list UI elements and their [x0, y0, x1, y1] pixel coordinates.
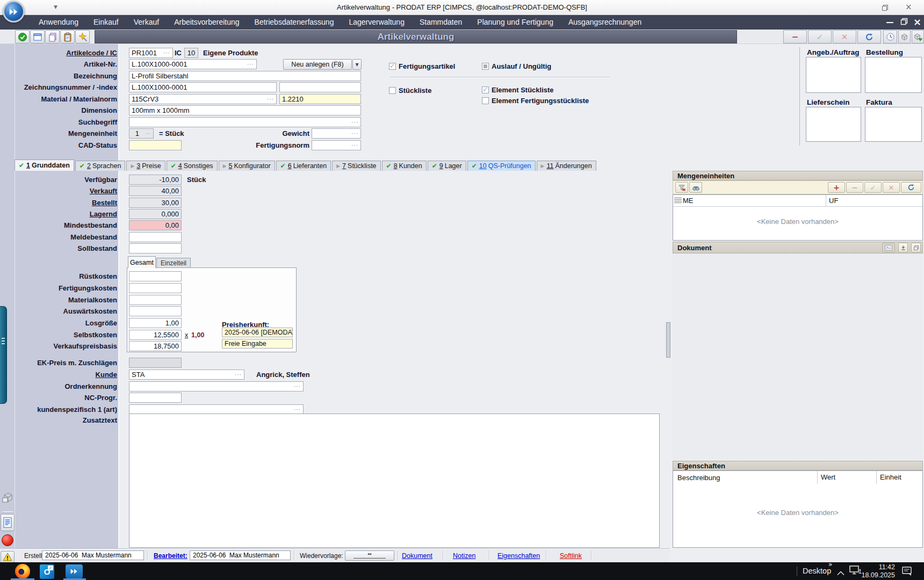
- col-uf[interactable]: UF: [826, 195, 922, 207]
- parts-side-icon[interactable]: [2, 490, 15, 506]
- artikelcode-label[interactable]: Artikelcode / IC: [15, 48, 117, 58]
- angebot-list[interactable]: [806, 57, 861, 93]
- copy-button[interactable]: [45, 30, 60, 44]
- menu-lagerverwaltung[interactable]: Lagerverwaltung: [341, 15, 412, 30]
- material-field[interactable]: 115CrV3···: [129, 94, 277, 104]
- paste-button[interactable]: [60, 30, 75, 44]
- tab-qs-pruefungen[interactable]: ✔10QS-Prüfungen: [467, 161, 536, 171]
- close-window-icon[interactable]: ×: [905, 2, 912, 12]
- materialnorm-field[interactable]: 1.2210: [279, 94, 361, 104]
- lieferschein-list[interactable]: [806, 107, 861, 142]
- bestellt-label[interactable]: Bestellt: [15, 198, 117, 208]
- action-center-icon[interactable]: [901, 566, 912, 578]
- taskbar-overflow-icon[interactable]: »: [828, 561, 832, 568]
- parts-button[interactable]: [898, 30, 911, 44]
- dokument-link[interactable]: Dokument: [402, 551, 432, 561]
- ellipsis-icon[interactable]: ···: [351, 120, 358, 125]
- col-wert[interactable]: Wert: [817, 471, 876, 484]
- tab-gesamt[interactable]: Gesamt: [128, 256, 156, 268]
- lagernd-label[interactable]: Lagernd: [15, 209, 117, 219]
- ellipsis-icon[interactable]: ··: [146, 132, 151, 136]
- search-button[interactable]: [689, 182, 702, 193]
- ellipsis-icon[interactable]: ···: [351, 132, 358, 136]
- nc-progr-field[interactable]: [129, 393, 182, 403]
- losgroesse-field[interactable]: 1,00: [129, 318, 182, 328]
- quick-access-dropdown-icon[interactable]: ▼: [54, 4, 57, 10]
- show-desktop-button[interactable]: Desktop: [803, 567, 831, 575]
- element-fertigungsstueckliste-checkbox[interactable]: [482, 97, 489, 104]
- ellipsis-icon[interactable]: ···: [267, 97, 274, 102]
- fertigungskosten-field[interactable]: [129, 283, 182, 293]
- tray-chevron-up-icon[interactable]: [837, 568, 844, 578]
- tab-kunden[interactable]: ✔8Kunden: [382, 161, 427, 171]
- ruestkosten-field[interactable]: [129, 271, 182, 281]
- refresh-me-button[interactable]: [901, 182, 921, 193]
- verkauft-label[interactable]: Verkauft: [15, 186, 117, 196]
- parts-export-button[interactable]: [912, 30, 924, 44]
- wizard-button[interactable]: [75, 30, 90, 44]
- fertigungsnorm-field[interactable]: ···: [312, 140, 361, 150]
- new-window-button[interactable]: [30, 30, 45, 44]
- tab-preise[interactable]: ▶3Preise: [126, 161, 165, 171]
- neu-anlegen-button[interactable]: Neu anlegen (F8): [283, 59, 352, 70]
- auswaertskosten-field[interactable]: [129, 306, 182, 316]
- menu-verkauf[interactable]: Verkauf: [126, 15, 167, 30]
- minimize-app-icon[interactable]: [886, 22, 893, 23]
- col-einheit[interactable]: Einheit: [876, 471, 922, 484]
- meldebestand-field[interactable]: [129, 232, 182, 242]
- element-stueckliste-checkbox[interactable]: [482, 86, 489, 93]
- menu-betriebsdatenerfassung[interactable]: Betriebsdatenerfassung: [247, 15, 342, 30]
- sollbestand-field[interactable]: [129, 243, 182, 253]
- warning-side-button[interactable]: [1, 551, 15, 563]
- ellipsis-icon[interactable]: ···: [235, 373, 242, 377]
- preisherkunft-quelle-field[interactable]: 2025-06-06 [DEMODAT.: [222, 328, 293, 337]
- selbstkosten-field[interactable]: 12,5500: [129, 330, 182, 340]
- ellipsis-icon[interactable]: ···: [247, 62, 254, 67]
- delete-record-button[interactable]: −: [783, 30, 807, 44]
- tab-lieferanten[interactable]: ✔6Lieferanten: [276, 161, 331, 171]
- dokument-body[interactable]: [673, 253, 923, 460]
- dock-down-icon[interactable]: [898, 243, 908, 252]
- kunde-field[interactable]: STA···: [129, 369, 244, 380]
- remove-me-button[interactable]: −: [846, 182, 863, 193]
- verkaufspreisbasis-field[interactable]: 18,7500: [129, 341, 182, 351]
- zeichnungsnummer-field[interactable]: L.100X1000-0001: [129, 82, 277, 92]
- add-me-button[interactable]: +: [828, 182, 845, 193]
- col-beschreibung[interactable]: Beschreibung: [673, 474, 817, 482]
- menu-anwendung[interactable]: Anwendung: [31, 15, 86, 30]
- notizen-link[interactable]: Notizen: [453, 551, 475, 561]
- kunde-label[interactable]: Kunde: [15, 369, 117, 380]
- tab-sonstiges[interactable]: ✔4Sonstiges: [167, 161, 218, 171]
- cad-status-field[interactable]: [129, 140, 182, 150]
- menu-ausgangsrechnungen[interactable]: Ausgangsrechnungen: [561, 15, 649, 30]
- close-app-icon[interactable]: ×: [913, 16, 921, 27]
- col-me[interactable]: ME: [683, 197, 826, 205]
- vertical-scrollbar[interactable]: [666, 322, 670, 358]
- menu-einkauf[interactable]: Einkauf: [86, 15, 126, 30]
- auslauf-checkbox[interactable]: [482, 63, 489, 70]
- faktura-list[interactable]: [865, 107, 922, 142]
- confirm-record-button[interactable]: ✓: [808, 30, 832, 44]
- restore-window-icon[interactable]: [882, 3, 889, 13]
- artikelnr-field[interactable]: L.100X1000-0001···: [129, 59, 257, 69]
- preisherkunft-art-field[interactable]: Freie Eingabe: [222, 339, 293, 349]
- neu-anlegen-dropdown-icon[interactable]: ▼: [352, 59, 362, 70]
- materialkosten-field[interactable]: [129, 295, 182, 305]
- cancel-record-button[interactable]: ✕: [833, 30, 856, 44]
- gewicht-field[interactable]: ···: [312, 128, 361, 139]
- bearbeitet-link[interactable]: Bearbeitet:: [154, 551, 187, 561]
- ellipsis-icon[interactable]: ···: [294, 408, 301, 412]
- faktor-x-link[interactable]: x: [185, 331, 188, 339]
- mengeneinheit-field[interactable]: 1··: [129, 128, 154, 139]
- menu-planung-und-fertigung[interactable]: Planung und Fertigung: [470, 15, 561, 30]
- bestellung-list[interactable]: [865, 57, 922, 93]
- tab-stueckliste[interactable]: ▶7Stückliste: [332, 161, 380, 171]
- record-stop-icon[interactable]: [2, 534, 13, 546]
- confirm-me-button[interactable]: ✓: [864, 182, 882, 193]
- tab-aenderungen[interactable]: ▶11Änderungen: [537, 161, 596, 171]
- prodat-taskbar-icon[interactable]: [66, 564, 83, 578]
- restore-app-icon[interactable]: [900, 17, 908, 27]
- ellipsis-icon[interactable]: ···: [294, 385, 301, 389]
- tab-grunddaten[interactable]: ✔1Grunddaten: [15, 160, 74, 171]
- menu-arbeitsvorbereitung[interactable]: Arbeitsvorbereitung: [167, 15, 247, 30]
